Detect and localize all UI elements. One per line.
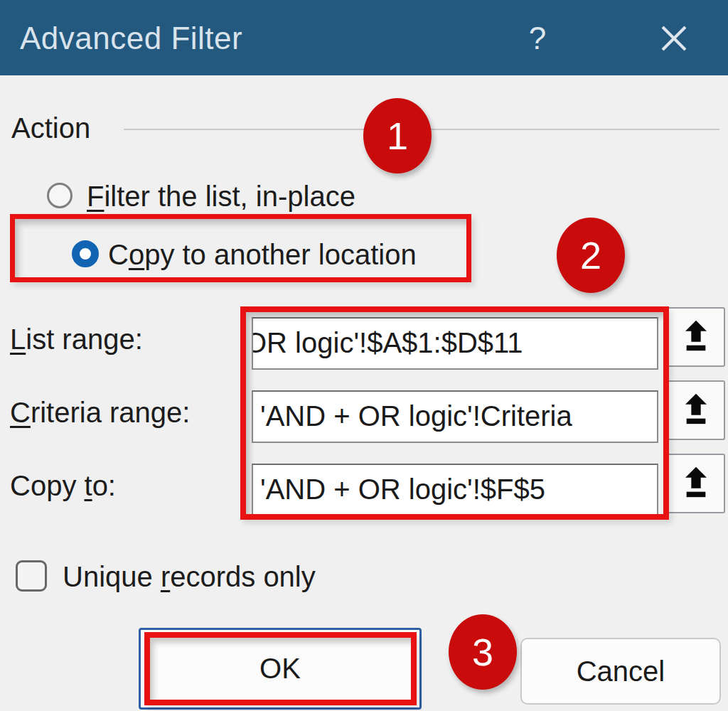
unique-records-label[interactable]: Unique records only xyxy=(63,560,316,593)
up-arrow-to-bar-icon xyxy=(682,392,710,428)
copy-to-label: Copy to: xyxy=(10,470,116,501)
annotation-badge-2: 2 xyxy=(557,218,625,293)
help-button[interactable]: ? xyxy=(518,16,557,61)
list-range-input[interactable]: OR logic'!$A$1:$D$11 xyxy=(252,317,658,370)
list-range-label: List range: xyxy=(10,324,143,355)
ok-button[interactable]: OK xyxy=(139,628,422,710)
annotation-badge-1: 1 xyxy=(363,98,432,173)
dialog-titlebar[interactable]: Advanced Filter ? xyxy=(0,0,728,75)
cancel-button[interactable]: Cancel xyxy=(520,638,721,705)
copy-to-collapse-button[interactable] xyxy=(667,454,725,513)
copy-to-input[interactable]: 'AND + OR logic'!$F$5 xyxy=(252,464,658,516)
close-icon xyxy=(658,23,690,54)
list-range-collapse-button[interactable] xyxy=(667,307,725,367)
criteria-range-label: Criteria range: xyxy=(10,397,190,428)
help-icon: ? xyxy=(529,21,546,55)
up-arrow-to-bar-icon xyxy=(682,466,710,501)
dialog-title: Advanced Filter xyxy=(20,0,242,75)
annotation-badge-3: 3 xyxy=(449,614,517,690)
radio-filter-in-place[interactable] xyxy=(47,183,73,208)
action-group-label: Action xyxy=(11,111,90,145)
up-arrow-to-bar-icon xyxy=(682,319,710,355)
radio-copy-to-another-location-label[interactable]: Copy to another location xyxy=(108,239,417,270)
criteria-range-collapse-button[interactable] xyxy=(667,380,725,440)
unique-records-checkbox[interactable] xyxy=(16,560,47,592)
radio-filter-in-place-label[interactable]: Filter the list, in-place xyxy=(87,181,355,212)
radio-copy-to-another-location[interactable] xyxy=(72,240,99,267)
close-button[interactable] xyxy=(653,18,695,58)
criteria-range-input[interactable]: 'AND + OR logic'!Criteria xyxy=(252,390,658,443)
